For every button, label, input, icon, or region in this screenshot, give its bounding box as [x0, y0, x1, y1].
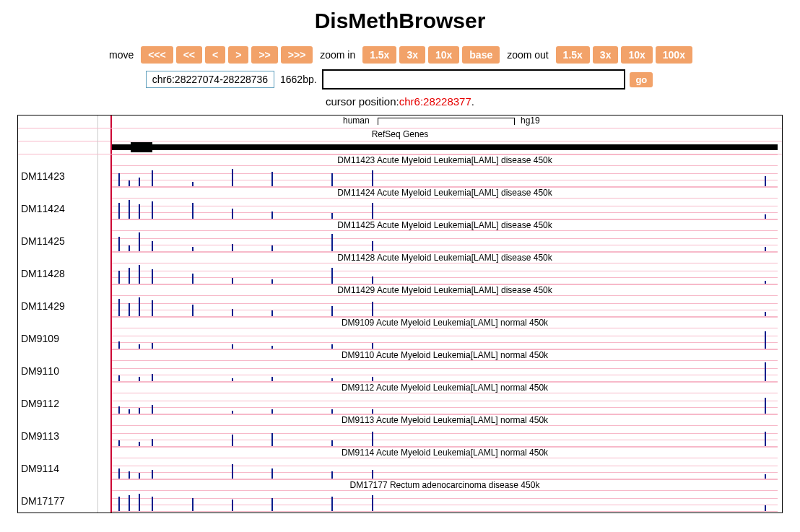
data-bar	[271, 433, 273, 446]
move-button-0[interactable]: <<<	[141, 46, 173, 64]
data-bar	[372, 276, 373, 284]
data-bar	[372, 302, 373, 316]
data-bar	[271, 245, 273, 251]
data-bar	[372, 432, 373, 446]
position-controls: chr6:28227074-28228736 1662bp. go	[0, 69, 800, 90]
data-bar	[152, 470, 153, 479]
track-title: DM11425 Acute Myeloid Leukemia[LAML] dis…	[112, 219, 778, 231]
track-DM9109: DM9109 Acute Myeloid Leukemia[LAML] norm…	[18, 317, 782, 349]
track-canvas[interactable]	[112, 459, 778, 479]
track-canvas[interactable]	[112, 394, 778, 414]
genome-browser[interactable]: human hg19 RefSeq Genes DM11423DM11423 A…	[17, 115, 783, 513]
cursor-prefix: cursor position:	[326, 95, 399, 108]
data-bar	[372, 377, 373, 381]
zoom-out-button-0[interactable]: 1.5x	[556, 46, 590, 64]
move-button-2[interactable]: <	[205, 46, 225, 64]
move-button-3[interactable]: >	[228, 46, 248, 64]
track-DM11423: DM11423 Acute Myeloid Leukemia[LAML] dis…	[18, 154, 782, 187]
track-title: DM17177 Rectum adenocarcinoma disease 45…	[112, 479, 778, 491]
data-bar	[331, 173, 333, 186]
data-bar	[118, 271, 120, 284]
nav-controls: move <<<<<<>>>>>> zoom in 1.5x3x10xbase …	[0, 46, 800, 64]
data-bar	[271, 172, 273, 186]
data-bar	[765, 474, 766, 479]
data-bar	[331, 378, 333, 381]
track-title: DM11428 Acute Myeloid Leukemia[LAML] dis…	[112, 252, 778, 263]
data-bar	[139, 377, 140, 381]
data-bar	[331, 471, 333, 479]
move-button-1[interactable]: <<	[176, 46, 202, 64]
cursor-position-line: cursor position:chr6:28228377.	[0, 95, 800, 108]
data-bar	[118, 468, 120, 479]
track-area[interactable]: DM11423DM11423 Acute Myeloid Leukemia[LA…	[18, 154, 782, 513]
data-bar	[118, 237, 120, 251]
search-input[interactable]	[322, 69, 625, 90]
data-bar	[139, 442, 140, 446]
track-canvas[interactable]	[112, 362, 778, 382]
track-DM17177: DM17177 Rectum adenocarcinoma disease 45…	[18, 479, 782, 512]
track-title: DM9114 Acute Myeloid Leukemia[LAML] norm…	[112, 447, 778, 458]
zoom-in-button-3[interactable]: base	[462, 46, 500, 64]
data-bar	[232, 278, 233, 284]
track-canvas[interactable]	[112, 427, 778, 447]
data-bar	[118, 341, 120, 349]
data-bar	[129, 471, 130, 479]
data-bar	[372, 495, 373, 511]
data-bar	[139, 265, 140, 284]
track-canvas[interactable]	[112, 492, 778, 512]
data-bar	[331, 306, 333, 316]
track-title: DM11423 Acute Myeloid Leukemia[LAML] dis…	[112, 154, 778, 166]
track-canvas[interactable]	[112, 167, 778, 187]
track-title: DM11429 Acute Myeloid Leukemia[LAML] dis…	[112, 284, 778, 296]
data-bar	[139, 408, 140, 414]
zoom-out-button-3[interactable]: 100x	[656, 46, 692, 64]
track-canvas[interactable]	[112, 199, 778, 219]
data-bar	[192, 274, 194, 284]
span-label: 1662bp.	[280, 74, 317, 85]
exon-block	[131, 142, 152, 152]
data-bar	[192, 203, 194, 219]
data-bar	[372, 203, 373, 219]
data-bar	[129, 245, 130, 251]
data-bar	[271, 409, 273, 414]
data-bar	[765, 398, 766, 414]
track-DM11428: DM11428 Acute Myeloid Leukemia[LAML] dis…	[18, 252, 782, 284]
data-bar	[331, 440, 333, 446]
data-bar	[331, 213, 333, 219]
zoom-in-button-2[interactable]: 10x	[428, 46, 459, 64]
data-bar	[765, 505, 766, 511]
track-canvas[interactable]	[112, 264, 778, 284]
data-bar	[232, 244, 233, 251]
data-bar	[232, 209, 233, 219]
track-canvas[interactable]	[112, 297, 778, 317]
data-bar	[152, 201, 153, 219]
ruler-left-label: human	[343, 115, 370, 126]
move-button-5[interactable]: >>>	[281, 46, 313, 64]
gene-line	[112, 144, 778, 150]
data-bar	[271, 279, 273, 284]
data-bar	[139, 344, 140, 349]
zoom-out-button-1[interactable]: 3x	[593, 46, 619, 64]
data-bar	[765, 312, 766, 316]
data-bar	[372, 241, 373, 251]
data-bar	[765, 214, 766, 219]
data-bar	[152, 241, 153, 251]
zoom-in-button-0[interactable]: 1.5x	[362, 46, 396, 64]
data-bar	[232, 309, 233, 316]
track-canvas[interactable]	[112, 329, 778, 349]
data-bar	[271, 310, 273, 316]
data-bar	[271, 212, 273, 219]
zoom-out-button-2[interactable]: 10x	[621, 46, 652, 64]
track-canvas[interactable]	[112, 232, 778, 252]
data-bar	[271, 346, 273, 349]
track-DM9110: DM9110 Acute Myeloid Leukemia[LAML] norm…	[18, 349, 782, 382]
data-bar	[118, 406, 120, 414]
go-button[interactable]: go	[630, 72, 653, 87]
position-display: chr6:28227074-28228736	[146, 71, 274, 88]
data-bar	[192, 498, 194, 511]
data-bar	[232, 378, 233, 381]
move-button-4[interactable]: >>	[251, 46, 277, 64]
zoom-in-button-1[interactable]: 3x	[399, 46, 425, 64]
page-title: DisMethBrowser	[0, 9, 800, 33]
track-title: DM9112 Acute Myeloid Leukemia[LAML] norm…	[112, 382, 778, 393]
